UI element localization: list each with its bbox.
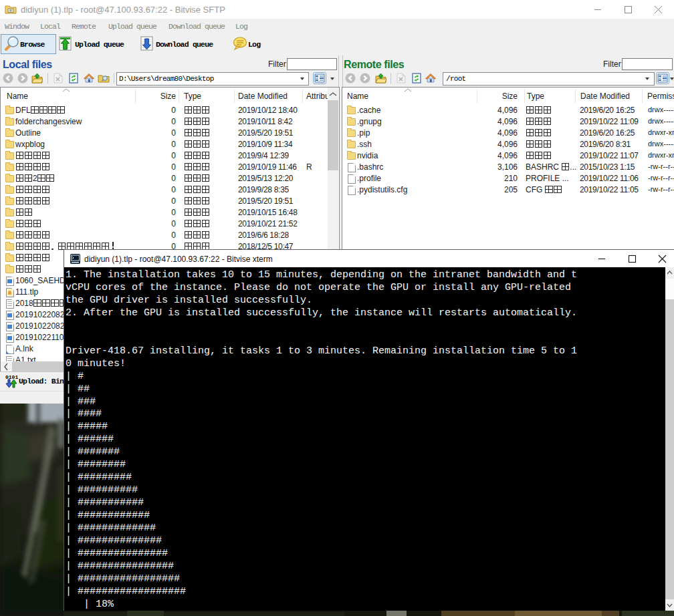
- svg-text:0101: 0101: [5, 374, 18, 380]
